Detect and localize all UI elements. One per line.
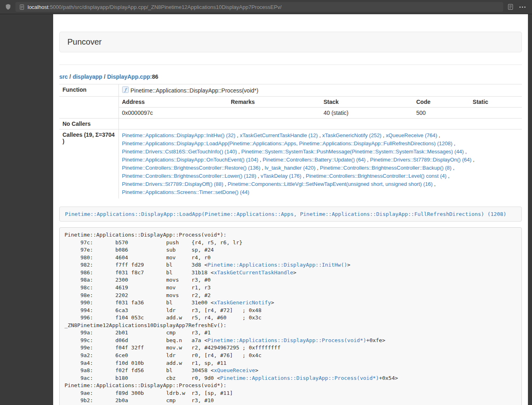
callee-link[interactable]: Pinetime::Drivers::St7789::DisplayOff() … (122, 181, 224, 187)
code-symbol-link[interactable]: xTaskGetCurrentTaskHandle (214, 269, 293, 276)
callee-link[interactable]: Pinetime::Components::LittleVgl::SetNewT… (228, 181, 433, 187)
app-header: Puncover (59, 32, 522, 52)
code-symbol-link[interactable]: Pinetime::Applications::DisplayApp::Proc… (220, 375, 379, 381)
column-header-static: Static (470, 97, 522, 108)
breadcrumb-link-displayapp[interactable]: displayapp (73, 73, 102, 80)
callee-link[interactable]: Pinetime::Applications::DisplayApp::Init… (122, 132, 236, 138)
callee-link[interactable]: Pinetime::Drivers::St7789::DisplayOn() (… (370, 157, 472, 163)
code-symbol-link[interactable]: xQueueReceive (214, 367, 255, 373)
symbol-highlight-box: Pinetime::Applications::DisplayApp::Load… (59, 207, 522, 222)
code-symbol-link[interactable]: xTaskGenericNotify (214, 299, 271, 306)
callee-link[interactable]: Pinetime::Controllers::BrightnessControl… (122, 173, 256, 179)
code-symbol-link[interactable]: Pinetime::Applications::DisplayApp::Proc… (207, 337, 366, 343)
callees-cell: Pinetime::Applications::DisplayApp::Init… (118, 129, 522, 199)
table-row: Address Remarks Stack Code Static 0x0000… (59, 97, 522, 118)
callee-link[interactable]: Pinetime::Applications::DisplayApp::OnTo… (122, 157, 258, 163)
function-name: Pinetime::Applications::DisplayApp::Proc… (131, 87, 258, 94)
stats-header-row: Address Remarks Stack Code Static (119, 97, 522, 108)
static-value (470, 108, 522, 118)
breadcrumb-separator: / (104, 73, 106, 80)
stats-value-row: 0x0000097c 40 (static) 500 (119, 108, 522, 118)
callee-link[interactable]: Pinetime::System::SystemTask::PushMessag… (241, 149, 464, 155)
column-header-stack: Stack (320, 97, 413, 108)
url-bar[interactable]: localhost:5000/path/src/displayapp/Displ… (15, 2, 503, 12)
function-row-label: Function (59, 84, 118, 97)
callee-link[interactable]: lv_task_handler (420) (265, 165, 315, 171)
breadcrumb-link-src[interactable]: src (59, 73, 68, 80)
callee-link[interactable]: Pinetime::Controllers::Battery::Update()… (263, 157, 366, 163)
callee-link[interactable]: Pinetime::Controllers::BrightnessControl… (320, 165, 451, 171)
breadcrumb-separator: / (69, 73, 71, 80)
divider (59, 65, 522, 65)
page-icon (19, 4, 25, 10)
shield-icon[interactable] (5, 4, 11, 10)
menu-icon[interactable] (518, 4, 527, 10)
column-header-code: Code (413, 97, 470, 108)
url-path: :5000/path/src/displayapp/DisplayApp.cpp… (48, 4, 282, 10)
page-title: Puncover (67, 37, 102, 46)
callers-cell (118, 118, 522, 129)
spacer-cell (59, 97, 118, 118)
column-header-address: Address (119, 97, 228, 108)
no-callers-label: No Callers (59, 118, 118, 129)
url-text: localhost:5000/path/src/displayapp/Displ… (28, 4, 282, 10)
column-header-remarks: Remarks (228, 97, 321, 108)
remarks-value (228, 108, 321, 118)
function-table: Function ƒ Pinetime::Applications::Displ… (59, 84, 522, 198)
content-page: Puncover src/displayapp/DisplayApp.cpp:8… (53, 14, 528, 405)
callee-link[interactable]: Pinetime::Applications::DisplayApp::Load… (122, 140, 452, 146)
callee-link[interactable]: Pinetime::Controllers::BrightnessControl… (306, 173, 447, 179)
table-row: Callees (19, Σ=3704 ) Pinetime::Applicat… (59, 129, 522, 199)
function-stats-table: Address Remarks Stack Code Static 0x0000… (119, 97, 522, 118)
function-icon: ƒ (122, 86, 129, 94)
breadcrumb-line-number: 86 (152, 73, 158, 80)
code-size-value: 500 (413, 108, 470, 118)
disassembly: Pinetime::Applications::DisplayApp::Proc… (59, 227, 522, 405)
callee-link[interactable]: xQueueReceive (764) (386, 132, 437, 138)
table-row: No Callers (59, 118, 522, 129)
callees-label: Callees (19, Σ=3704 ) (59, 129, 118, 199)
callee-link[interactable]: xTaskGetCurrentTaskHandle (12) (240, 132, 318, 138)
breadcrumb: src/displayapp/DisplayApp.cpp:86 (59, 73, 522, 80)
callee-link[interactable]: Pinetime::Applications::Screens::Timer::… (122, 189, 250, 195)
code-symbol-link[interactable]: Pinetime::Applications::DisplayApp::Init… (207, 262, 347, 268)
callee-link[interactable]: Pinetime::Drivers::Cst816S::GetTouchInfo… (122, 149, 237, 155)
callee-link[interactable]: Pinetime::Controllers::BrightnessControl… (122, 165, 261, 171)
callee-link[interactable]: xTaskGenericNotify (252) (322, 132, 381, 138)
symbol-link[interactable]: Pinetime::Applications::DisplayApp::Load… (65, 211, 506, 217)
browser-chrome: localhost:5000/path/src/displayapp/Displ… (0, 0, 532, 14)
address-value: 0x0000097c (119, 108, 228, 118)
stack-value: 40 (static) (320, 108, 413, 118)
reader-mode-icon[interactable] (507, 4, 514, 10)
url-host: localhost (28, 4, 48, 10)
callee-link[interactable]: vTaskDelay (176) (261, 173, 301, 179)
breadcrumb-link-file[interactable]: DisplayApp.cpp: (107, 73, 152, 80)
table-row: Function ƒ Pinetime::Applications::Displ… (59, 84, 522, 97)
